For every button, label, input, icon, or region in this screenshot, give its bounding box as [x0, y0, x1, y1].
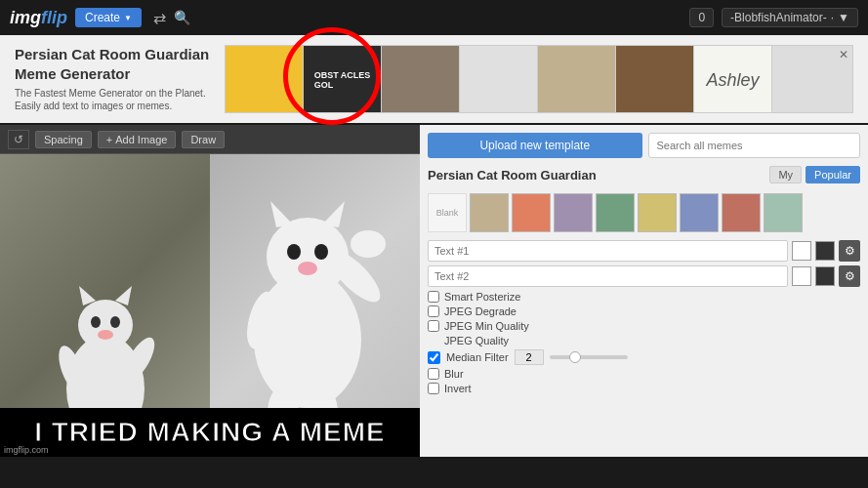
refresh-button[interactable]: ↺ [8, 130, 29, 149]
median-filter-slider-thumb[interactable] [569, 351, 581, 363]
popular-tab[interactable]: Popular [806, 166, 860, 183]
logo: imgflip [10, 8, 67, 28]
thumb-4[interactable] [596, 193, 635, 232]
thumb-7[interactable] [722, 193, 761, 232]
controls-area: Upload new template Persian Cat Room Gua… [420, 125, 868, 457]
jpeg-quality-row: JPEG Quality [428, 335, 860, 346]
jpeg-min-quality-row: JPEG Min Quality [428, 320, 860, 332]
ad-thumb-ashley: Ashley [694, 46, 772, 113]
thumb-1[interactable] [470, 193, 509, 232]
search-icon[interactable]: 🔍 [174, 10, 190, 25]
svg-point-19 [351, 230, 386, 258]
blur-row: Blur [428, 368, 860, 380]
svg-marker-14 [322, 201, 345, 227]
invert-checkbox[interactable] [428, 383, 439, 394]
svg-marker-13 [270, 201, 293, 227]
thumb-6[interactable] [680, 193, 719, 232]
text2-color-black[interactable] [815, 266, 835, 286]
svg-point-15 [287, 244, 301, 260]
template-tabs: My Popular [769, 166, 860, 183]
shuffle-icon[interactable]: ⇄ [153, 9, 166, 27]
svg-point-5 [110, 316, 120, 328]
main-content: Persian Cat Room GuardianMeme Generator … [0, 35, 868, 123]
draw-button[interactable]: Draw [182, 131, 225, 148]
ad-close-button[interactable]: ✕ [839, 48, 848, 61]
meme-caption: I TRIED MAKING A MEME [0, 408, 420, 457]
controls-top-row: Upload new template [428, 133, 860, 158]
navbar: imgflip Create ⇄ 🔍 0 -BlobfishAnimator- … [0, 0, 868, 35]
thumb-8[interactable] [764, 193, 803, 232]
blur-checkbox[interactable] [428, 368, 439, 380]
svg-point-16 [314, 244, 328, 260]
template-thumbnails: Blank [428, 193, 860, 232]
invert-row: Invert [428, 383, 860, 394]
ad-thumb-5 [538, 46, 616, 113]
blur-label: Blur [444, 368, 464, 380]
watermark: imgflip.com [4, 445, 49, 455]
ad-thumb-6 [616, 46, 694, 113]
text2-input[interactable] [428, 265, 788, 287]
create-button[interactable]: Create [75, 8, 142, 27]
text1-color-white[interactable] [792, 241, 811, 261]
ad-thumb-2: OBST ACLESGOL [304, 46, 382, 113]
user-menu[interactable]: -BlobfishAnimator- · ▼ [722, 8, 858, 27]
ad-section: Persian Cat Room GuardianMeme Generator … [15, 45, 853, 113]
ad-thumb-3 [382, 46, 460, 113]
median-filter-value[interactable]: 2 [515, 349, 544, 365]
median-filter-slider-track [550, 355, 628, 359]
search-memes-input[interactable] [648, 133, 861, 158]
svg-point-6 [98, 330, 113, 340]
meme-canvas: I TRIED MAKING A MEME imgflip.com [0, 154, 420, 457]
page-title: Persian Cat Room GuardianMeme Generator [15, 45, 210, 83]
jpeg-min-quality-label: JPEG Min Quality [444, 320, 529, 332]
ad-banner: OBST ACLESGOL Ashley ✕ [225, 45, 853, 113]
page-title-section: Persian Cat Room GuardianMeme Generator … [15, 45, 210, 112]
plus-icon: + [106, 134, 112, 145]
text1-color-black[interactable] [815, 241, 835, 261]
smart-posterize-row: Smart Posterize [428, 291, 860, 303]
ad-thumb-4 [460, 46, 538, 113]
text1-row: ⚙ [428, 240, 860, 262]
upload-template-button[interactable]: Upload new template [428, 133, 642, 158]
median-filter-label: Median Filter [446, 351, 509, 363]
template-name-label: Persian Cat Room Guardian [428, 168, 597, 183]
jpeg-min-quality-checkbox[interactable] [428, 320, 439, 332]
text1-input[interactable] [428, 240, 788, 262]
user-id-label: · [831, 11, 834, 24]
median-filter-checkbox[interactable] [428, 351, 440, 364]
blank-thumb[interactable]: Blank [428, 193, 467, 232]
jpeg-degrade-checkbox[interactable] [428, 305, 439, 317]
canvas-area: ↺ Spacing + Add Image Draw [0, 125, 420, 457]
editor-toolbar: ↺ Spacing + Add Image Draw [0, 125, 420, 154]
invert-label: Invert [444, 383, 472, 394]
svg-point-17 [298, 262, 317, 275]
jpeg-degrade-row: JPEG Degrade [428, 305, 860, 317]
points-display: 0 [689, 8, 714, 27]
my-tab[interactable]: My [769, 166, 802, 183]
text2-settings-button[interactable]: ⚙ [839, 265, 860, 287]
text2-color-white[interactable] [792, 266, 811, 286]
ad-images: OBST ACLESGOL Ashley [226, 46, 772, 112]
editor-section: ↺ Spacing + Add Image Draw [0, 125, 868, 457]
thumb-3[interactable] [554, 193, 593, 232]
smart-posterize-label: Smart Posterize [444, 291, 520, 303]
jpeg-quality-label: JPEG Quality [444, 335, 509, 346]
thumb-2[interactable] [512, 193, 551, 232]
add-image-button[interactable]: + Add Image [98, 131, 177, 148]
jpeg-degrade-label: JPEG Degrade [444, 305, 517, 317]
spacing-button[interactable]: Spacing [35, 131, 92, 148]
ad-thumb-1 [226, 46, 304, 113]
navbar-right: 0 -BlobfishAnimator- · ▼ [689, 8, 858, 27]
svg-point-1 [78, 300, 133, 350]
page-subtitle: The Fastest Meme Generator on the Planet… [15, 87, 210, 112]
chevron-down-icon: ▼ [838, 11, 849, 24]
thumb-5[interactable] [638, 193, 677, 232]
text1-settings-button[interactable]: ⚙ [839, 240, 860, 262]
username-label: -BlobfishAnimator- [730, 11, 827, 24]
text2-row: ⚙ [428, 265, 860, 287]
median-filter-row: Median Filter 2 [428, 349, 860, 365]
smart-posterize-checkbox[interactable] [428, 291, 439, 303]
svg-point-4 [91, 316, 101, 328]
